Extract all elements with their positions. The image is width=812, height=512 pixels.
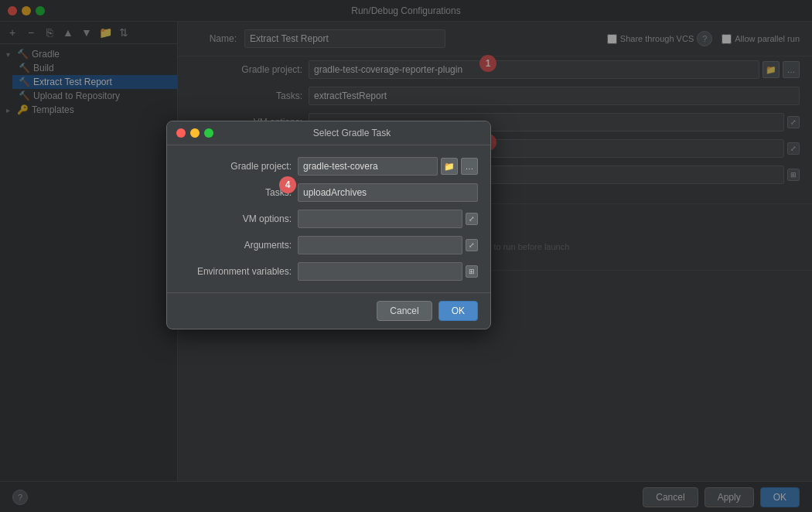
modal-gradle-project-input[interactable] bbox=[298, 157, 438, 176]
modal-env-expand-btn[interactable]: ⊞ bbox=[466, 265, 478, 278]
modal-tasks-label: Tasks: bbox=[179, 187, 292, 198]
modal-arguments-wrapper: ⤢ bbox=[298, 236, 478, 254]
modal-gradle-browse-btn[interactable]: 📁 bbox=[441, 158, 458, 175]
modal-close-button[interactable] bbox=[176, 128, 186, 138]
modal-title: Select Gradle Task bbox=[223, 128, 481, 138]
modal-body: Gradle project: 📁 … 4 Tasks: VM options: bbox=[167, 145, 490, 292]
modal-arguments-label: Arguments: bbox=[179, 240, 292, 251]
modal-env-vars-wrapper: ⊞ bbox=[298, 262, 478, 281]
modal-cancel-button[interactable]: Cancel bbox=[377, 301, 432, 321]
modal-gradle-project-label: Gradle project: bbox=[179, 161, 292, 172]
modal-gradle-more-btn[interactable]: … bbox=[461, 158, 478, 175]
modal-env-vars-row: Environment variables: ⊞ bbox=[167, 258, 490, 285]
modal-vm-options-input[interactable] bbox=[298, 210, 462, 228]
modal-title-bar: Select Gradle Task bbox=[167, 121, 490, 145]
modal-vm-options-wrapper: ⤢ bbox=[298, 210, 478, 228]
modal-arguments-input[interactable] bbox=[298, 236, 462, 254]
modal-maximize-button[interactable] bbox=[204, 128, 213, 138]
modal-env-vars-label: Environment variables: bbox=[179, 266, 292, 277]
modal-arguments-row: Arguments: ⤢ bbox=[167, 232, 490, 258]
modal-gradle-project-wrapper: 📁 … bbox=[298, 157, 478, 176]
modal-minimize-button[interactable] bbox=[190, 128, 200, 138]
modal-footer: Cancel OK bbox=[167, 292, 490, 329]
modal-window-controls bbox=[176, 128, 213, 138]
modal-vm-expand-btn[interactable]: ⤢ bbox=[466, 213, 478, 225]
modal-arguments-expand-btn[interactable]: ⤢ bbox=[466, 239, 478, 251]
modal-ok-button[interactable]: OK bbox=[438, 301, 478, 321]
modal-vm-options-label: VM options: bbox=[179, 213, 292, 224]
select-gradle-task-modal: Select Gradle Task Gradle project: 📁 … 4… bbox=[166, 121, 491, 329]
modal-gradle-project-row: Gradle project: 📁 … bbox=[167, 153, 490, 179]
modal-tasks-row: 4 Tasks: bbox=[167, 179, 490, 206]
modal-tasks-input[interactable] bbox=[298, 183, 478, 202]
modal-env-vars-input[interactable] bbox=[298, 262, 462, 281]
modal-vm-options-row: VM options: ⤢ bbox=[167, 206, 490, 232]
badge-4: 4 bbox=[279, 176, 296, 193]
modal-overlay: Select Gradle Task Gradle project: 📁 … 4… bbox=[0, 0, 812, 512]
